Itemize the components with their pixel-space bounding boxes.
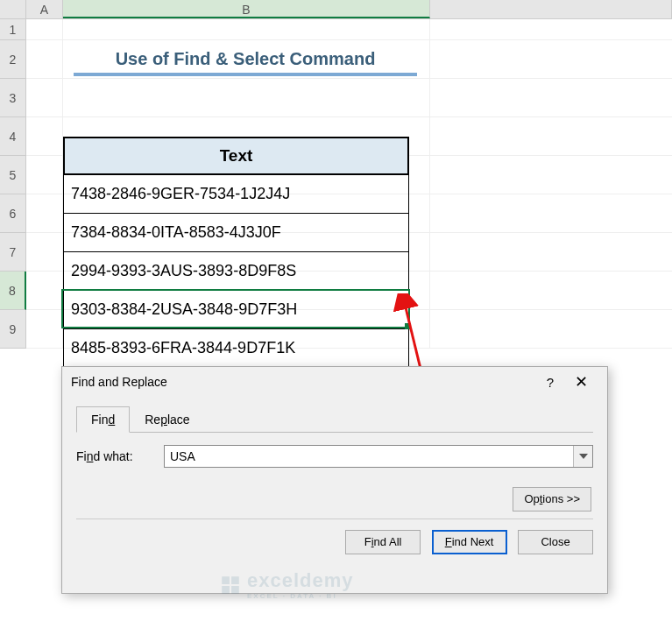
find-what-combo[interactable] — [164, 445, 593, 468]
find-next-button[interactable]: Find Next — [432, 530, 507, 554]
dialog-title: Find and Replace — [71, 375, 537, 389]
row-header-7[interactable]: 7 — [0, 233, 26, 272]
row-header-3[interactable]: 3 — [0, 79, 26, 117]
row-header-1[interactable]: 1 — [0, 19, 26, 40]
row-header-4[interactable]: 4 — [0, 117, 26, 156]
row-header-5[interactable]: 5 — [0, 156, 26, 194]
find-what-label: Find what: — [76, 449, 164, 463]
options-button[interactable]: Options >> — [513, 487, 591, 511]
page-title: Use of Find & Select Command — [74, 46, 417, 76]
col-header-a[interactable]: A — [26, 0, 63, 18]
dropdown-icon[interactable] — [573, 446, 592, 467]
dialog-tabs: Find Replace — [76, 406, 593, 433]
col-header-rest — [430, 0, 672, 18]
row-header-8[interactable]: 8 — [0, 272, 26, 310]
spreadsheet-grid: A B 1 2 3 4 5 6 7 8 9 Use of Find & Sele… — [0, 0, 672, 642]
find-what-input[interactable] — [165, 446, 573, 467]
table-row[interactable]: 8485-8393-6FRA-3844-9D7F1K — [63, 329, 409, 368]
table-row[interactable]: 7384-8834-0ITA-8583-4J3J0F — [63, 214, 409, 252]
data-table: Text 7438-2846-9GER-7534-1J2J4J 7384-883… — [63, 137, 409, 368]
table-row[interactable]: 9303-8384-2USA-3848-9D7F3H — [63, 291, 409, 329]
table-row[interactable]: 2994-9393-3AUS-3893-8D9F8S — [63, 252, 409, 291]
column-headers: A B — [0, 0, 672, 19]
tab-find[interactable]: Find — [76, 406, 130, 433]
watermark-brand: exceldemy — [247, 569, 354, 591]
close-icon[interactable]: ✕ — [563, 372, 598, 392]
tab-replace[interactable]: Replace — [130, 406, 204, 433]
row-headers: 1 2 3 4 5 6 7 8 9 — [0, 19, 26, 349]
dialog-titlebar[interactable]: Find and Replace ? ✕ — [62, 367, 607, 397]
select-all-corner[interactable] — [0, 0, 26, 18]
close-button[interactable]: Close — [518, 530, 593, 554]
col-header-b[interactable]: B — [63, 0, 430, 18]
row-header-6[interactable]: 6 — [0, 194, 26, 233]
row-header-2[interactable]: 2 — [0, 40, 26, 79]
table-row[interactable]: 7438-2846-9GER-7534-1J2J4J — [63, 175, 409, 214]
find-all-button[interactable]: Find All — [345, 530, 421, 554]
watermark: exceldemy EXCEL · DATA · BI — [219, 569, 354, 600]
row-header-9[interactable]: 9 — [0, 310, 26, 349]
find-replace-dialog: Find and Replace ? ✕ Find Replace Find w… — [61, 366, 608, 594]
help-button[interactable]: ? — [537, 375, 563, 390]
watermark-sub: EXCEL · DATA · BI — [247, 592, 354, 600]
table-header[interactable]: Text — [63, 137, 409, 175]
